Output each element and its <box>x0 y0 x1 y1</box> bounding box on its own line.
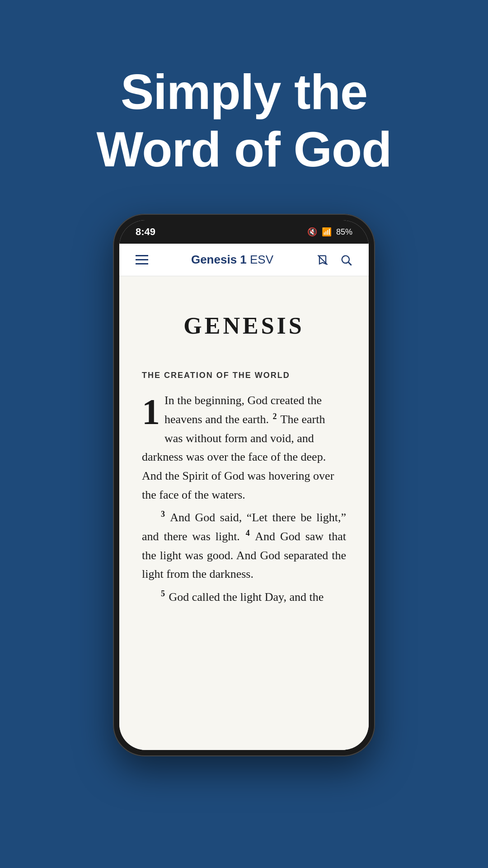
verse-1-number: 1 <box>142 394 160 430</box>
chapter-title-area: GENESIS <box>142 276 346 366</box>
status-time: 8:49 <box>136 226 155 238</box>
svg-point-4 <box>342 255 349 263</box>
phone-inner: 8:49 🔇 📶 85% Genesis 1 <box>119 220 369 750</box>
verse-4-marker: 4 <box>246 528 250 538</box>
verse-1-block: 1 In the beginning, God created the heav… <box>142 391 346 504</box>
battery-text: 85% <box>336 227 352 237</box>
book-title: GENESIS <box>142 312 346 339</box>
verse-1-text: In the beginning, God created the heaven… <box>142 394 334 501</box>
verse-3-block: 3 And God said, “Let there be light,” an… <box>142 508 346 584</box>
verse-5-block: 5 God called the light Day, and the <box>142 587 346 606</box>
section-heading: THE CREATION OF THE WORLD <box>142 371 346 380</box>
status-bar: 8:49 🔇 📶 85% <box>119 220 369 244</box>
status-icons: 🔇 📶 85% <box>307 227 352 237</box>
mute-icon: 🔇 <box>307 227 317 237</box>
verse-2-marker: 2 <box>273 412 277 421</box>
phone-mockup: 8:49 🔇 📶 85% Genesis 1 <box>0 214 488 756</box>
phone-outer: 8:49 🔇 📶 85% Genesis 1 <box>113 214 375 756</box>
bookmark-icon[interactable] <box>313 250 333 270</box>
app-bar-title: Genesis 1 ESV <box>191 253 273 267</box>
menu-button[interactable] <box>132 250 152 270</box>
app-bar: Genesis 1 ESV <box>119 244 369 276</box>
svg-rect-0 <box>136 255 148 256</box>
bible-content: GENESIS THE CREATION OF THE WORLD 1 In t… <box>119 276 369 750</box>
verse-3-marker: 3 <box>161 509 165 519</box>
svg-rect-2 <box>136 263 148 264</box>
svg-rect-1 <box>136 259 148 260</box>
wifi-icon: 📶 <box>322 227 332 237</box>
verse-5-marker: 5 <box>161 589 165 598</box>
hero-title: Simply the Word of God <box>0 63 488 178</box>
hero-section: Simply the Word of God <box>0 0 488 205</box>
svg-line-5 <box>348 262 351 265</box>
search-icon[interactable] <box>336 250 356 270</box>
